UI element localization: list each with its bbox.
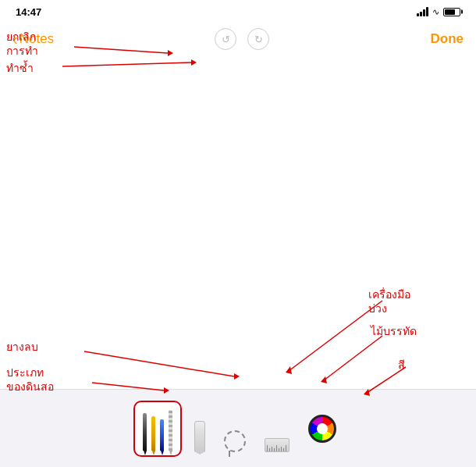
annotation-color: สี xyxy=(398,358,405,372)
annotation-ruler: ไม้บรรทัด xyxy=(371,324,417,338)
pen-black-shape xyxy=(143,413,147,451)
annotation-pencil-type: ประเภทของดินสอ xyxy=(6,365,54,394)
eraser-shape xyxy=(194,421,205,452)
nav-center-buttons: ↺ ↻ xyxy=(215,28,269,50)
eraser-tool[interactable] xyxy=(188,401,211,457)
pen-blue-shape xyxy=(160,419,164,451)
status-bar: 14:47 ∿ xyxy=(0,0,476,22)
nav-bar: ‹ Notes ↺ ↻ Done xyxy=(0,22,476,56)
pen-striped-shape xyxy=(169,410,172,451)
done-button[interactable]: Done xyxy=(431,31,464,47)
lasso-shape xyxy=(224,430,246,452)
annotation-undo: ยกเลิกการทำ xyxy=(6,30,38,58)
pen-yellow-shape xyxy=(151,416,155,451)
redo-button[interactable]: ↻ xyxy=(247,28,269,50)
undo-button[interactable]: ↺ xyxy=(215,28,236,50)
note-content-area[interactable] xyxy=(0,56,476,389)
status-icons: ∿ xyxy=(417,7,460,17)
wifi-icon: ∿ xyxy=(432,7,439,17)
lasso-tool[interactable] xyxy=(218,401,252,457)
undo-icon: ↺ xyxy=(222,34,230,45)
pen-tool-black[interactable] xyxy=(143,413,147,451)
color-circle-inner xyxy=(317,423,328,434)
annotation-eraser: ยางลบ xyxy=(6,340,38,354)
pen-tool-yellow[interactable] xyxy=(151,416,155,451)
ruler-ticks xyxy=(265,445,289,451)
pencil-type-group[interactable] xyxy=(133,401,182,457)
pen-tool-blue[interactable] xyxy=(160,419,164,451)
status-time: 14:47 xyxy=(16,6,41,18)
pen-tool-striped[interactable] xyxy=(169,410,172,451)
ruler-shape xyxy=(265,438,290,452)
drawing-toolbar xyxy=(0,389,476,467)
redo-icon: ↻ xyxy=(254,34,263,45)
annotation-lasso: เครื่องมือบ่วง xyxy=(368,287,410,315)
ruler-tool[interactable] xyxy=(258,401,296,457)
color-tool[interactable] xyxy=(302,401,343,457)
signal-icon xyxy=(417,7,428,16)
battery-icon xyxy=(443,8,460,16)
annotation-redo: ทำซ้ำ xyxy=(6,61,34,75)
color-circle xyxy=(308,415,336,443)
